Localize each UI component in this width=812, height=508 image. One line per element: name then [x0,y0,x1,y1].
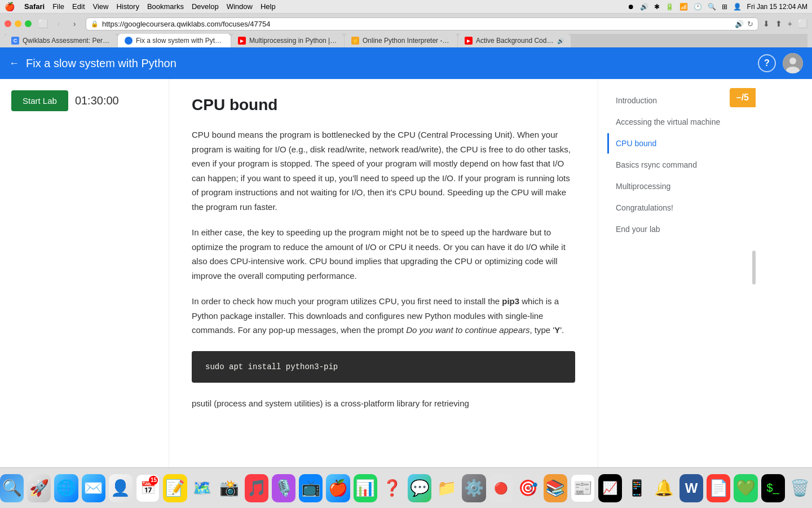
tab-multiprocessing[interactable]: ▶ Multiprocessing in Python | Part 2 | p… [231,34,344,47]
dock-pdf[interactable]: 📄 [707,474,730,502]
dock-contacts[interactable]: 👤 [109,474,133,502]
dock-support[interactable]: ❓ [381,474,404,502]
back-button[interactable]: ‹ [52,17,65,30]
app-title: Fix a slow system with Python [26,57,751,70]
menu-history[interactable]: History [116,2,139,11]
dock-iphone[interactable]: 📱 [625,474,649,502]
dock-calendar-badge: 15 [149,476,158,485]
dock-focus[interactable]: 🎯 [517,474,540,502]
dock-appstore[interactable]: 🍎 [326,474,350,502]
reload-icon[interactable]: ↻ [747,20,753,28]
tab-label-4: Online Python Interpreter - online edito… [363,37,451,45]
dock-maps[interactable]: 🗺️ [191,474,214,502]
menu-bookmarks[interactable]: Bookmarks [147,2,184,11]
lock-icon: 🔒 [91,20,99,28]
menu-help[interactable]: Help [261,2,276,11]
dock-notes[interactable]: 📝 [163,474,187,502]
tab-qwiklabs-assessment[interactable]: C Qwiklabs Assessment: Performance Tuni.… [5,34,117,47]
tab-active-background[interactable]: ▶ Active Background Coding - UNIVERSE...… [458,34,571,47]
toc-item-accessing[interactable]: Accessing the virtual machine [607,112,747,132]
audio-icon[interactable]: 🔊 [735,20,744,28]
tab-label-2: Fix a slow system with Python | Qwiklabs [136,37,224,45]
notification-icon[interactable]: 👤 [733,3,742,11]
dock-calendar[interactable]: 📅 15 [136,474,160,502]
tab-fix-slow-system[interactable]: Fix a slow system with Python | Qwiklabs [118,34,231,47]
dock-notifications[interactable]: 🔔 [652,474,676,502]
dock-files[interactable]: 📁 [435,474,458,502]
left-sidebar: Start Lab 01:30:00 [0,79,169,508]
menu-develop[interactable]: Develop [192,2,219,11]
dock-podcasts[interactable]: 🎙️ [272,474,295,502]
user-avatar[interactable] [783,53,803,73]
volume-icon[interactable]: 🔊 [640,3,648,11]
dock-numbers[interactable]: 📊 [354,474,377,502]
main-area: Start Lab 01:30:00 CPU bound CPU bound m… [0,79,812,508]
new-tab-button[interactable]: + [788,19,792,28]
dock-trash[interactable]: 🗑️ [788,474,812,502]
tab-audio-icon: 🔊 [557,38,564,44]
menu-window[interactable]: Window [227,2,253,11]
toc-item-end-lab[interactable]: End your lab [607,219,747,239]
lab-controls: Start Lab 01:30:00 [11,90,157,111]
app-header: ← Fix a slow system with Python ? [0,47,812,79]
content-paragraph-1: CPU bound means the program is bottlenec… [192,128,575,214]
back-button-app[interactable]: ← [9,58,19,69]
sidebar-toggle-button[interactable]: ⬜ [36,17,50,30]
menu-view[interactable]: View [93,2,109,11]
lab-timer: 01:30:00 [75,94,119,107]
start-lab-button[interactable]: Start Lab [11,90,68,111]
close-window-button[interactable] [5,20,11,27]
tab-favicon-qwik: C [11,37,19,45]
dock-canister[interactable]: 🔴 [489,474,513,502]
minimize-window-button[interactable] [15,20,21,27]
forward-button[interactable]: › [68,17,81,30]
dock-finder[interactable]: 🔍 [0,474,24,502]
dock-safari[interactable]: 🌐 [54,474,78,502]
toc-item-basics-rsync[interactable]: Basics rsync command [607,155,747,175]
clock-icon: 🕐 [694,3,702,11]
dock-mail[interactable]: ✉️ [82,474,105,502]
content-paragraph-3: In order to check how much your program … [192,294,575,338]
code-block: sudo apt install python3-pip [192,351,575,383]
menu-edit[interactable]: Edit [72,2,85,11]
content-paragraph-2: In either case, the key to speeding up t… [192,225,575,283]
download-icon[interactable]: ⬇ [763,19,770,28]
tab-online-python[interactable]: ⚡ Online Python Interpreter - online edi… [345,34,457,47]
toc-item-cpu-bound[interactable]: CPU bound [607,133,747,154]
toc-item-congratulations[interactable]: Congratulations! [607,198,747,218]
address-bar[interactable]: 🔒 https://googlecoursera.qwiklabs.com/fo… [86,17,758,30]
dock-launchpad[interactable]: 🚀 [27,474,51,502]
code-content: sudo apt install python3-pip [205,362,338,371]
dock-music[interactable]: 🎵 [245,474,268,502]
tab-label-1: Qwiklabs Assessment: Performance Tuni... [23,37,111,45]
dock-word[interactable]: W [679,474,703,502]
apple-menu[interactable]: 🍎 [5,2,15,12]
dock-messages[interactable]: 💬 [408,474,431,502]
help-button[interactable]: ? [758,54,776,72]
controlcenter-icon[interactable]: ⊞ [722,3,727,11]
search-icon[interactable]: 🔍 [708,3,716,11]
wifi-icon: 📶 [679,3,688,11]
dock-stocks[interactable]: 📈 [598,474,622,502]
dock-tv[interactable]: 📺 [299,474,323,502]
dock-terminal[interactable]: $_ [761,474,785,502]
dock-news[interactable]: 📰 [571,474,594,502]
dock-systemprefs[interactable]: ⚙️ [462,474,486,502]
tab-label-3: Multiprocessing in Python | Part 2 | pyt… [249,37,337,45]
menu-file[interactable]: File [52,2,64,11]
svg-point-1 [789,58,796,64]
tab-favicon-bolt: ⚡ [351,37,359,45]
dock-books[interactable]: 📚 [544,474,567,502]
menu-items: Safari File Edit View History Bookmarks … [24,2,276,11]
address-bar-actions: 🔊 ↻ [735,20,753,28]
dock-whatsapp[interactable]: 💚 [734,474,757,502]
browser-actions: ⬇ ⬆ + ⬜ [763,19,807,28]
toc-item-introduction[interactable]: Introduction [607,90,747,111]
share-icon[interactable]: ⬆ [775,19,782,28]
tab-overview-icon[interactable]: ⬜ [798,19,807,28]
scrollbar[interactable] [752,251,756,284]
toc-item-multiprocessing[interactable]: Multiprocessing [607,176,747,196]
fullscreen-window-button[interactable] [25,20,32,27]
dock-photos[interactable]: 📸 [218,474,241,502]
menu-safari[interactable]: Safari [24,2,45,11]
